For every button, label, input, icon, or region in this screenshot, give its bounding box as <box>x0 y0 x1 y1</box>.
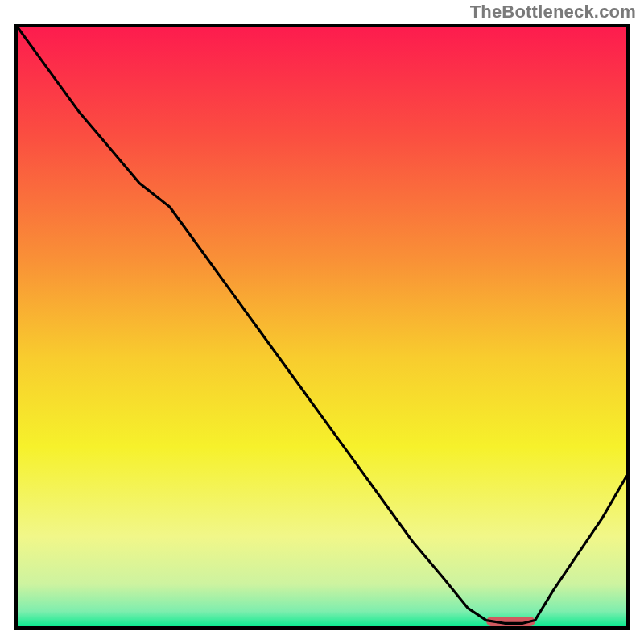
watermark-text: TheBottleneck.com <box>470 2 636 23</box>
chart-svg <box>18 27 626 626</box>
gradient-background <box>18 27 626 626</box>
chart-frame <box>14 24 630 630</box>
